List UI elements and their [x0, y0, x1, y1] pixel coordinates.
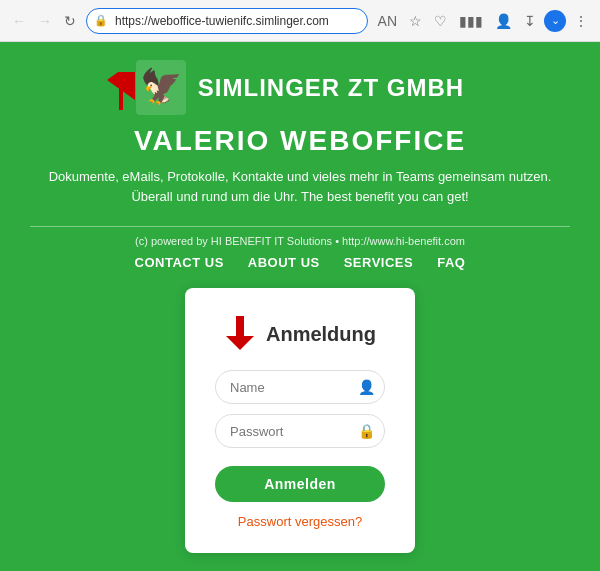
download-button[interactable]: ↧ [520, 11, 540, 31]
lock-icon: 🔒 [94, 14, 108, 27]
login-card: Anmeldung 👤 🔒 Anmelden Passwort vergesse… [185, 288, 415, 553]
forgot-password-link[interactable]: Passwort vergessen? [238, 514, 362, 529]
reload-button[interactable]: ↻ [60, 11, 80, 31]
lock-field-icon: 🔒 [358, 423, 375, 439]
svg-marker-6 [226, 336, 254, 350]
svg-rect-5 [236, 316, 244, 338]
password-input-group: 🔒 [215, 414, 385, 448]
subtitle: Dokumente, eMails, Protokolle, Kontakte … [49, 167, 552, 206]
browser-chrome: ← → ↻ 🔒 AN ☆ ♡ ▮▮▮ 👤 ↧ ⌄ ⋮ [0, 0, 600, 42]
address-bar[interactable] [86, 8, 368, 34]
login-title: Anmeldung [266, 323, 376, 346]
back-button[interactable]: ← [8, 11, 30, 31]
forward-button[interactable]: → [34, 11, 56, 31]
company-name: SIMLINGER ZT GMBH [198, 74, 464, 102]
login-button[interactable]: Anmelden [215, 466, 385, 502]
heart-button[interactable]: ♡ [430, 11, 451, 31]
nav-links: CONTACT US ABOUT US SERVICES FAQ [135, 255, 466, 270]
nav-contact[interactable]: CONTACT US [135, 255, 224, 270]
address-bar-arrow-indicator [105, 72, 137, 116]
login-header: Anmeldung [224, 316, 376, 352]
powered-by: (c) powered by HI BENEFIT IT Solutions •… [135, 235, 465, 247]
svg-text:🦅: 🦅 [140, 66, 183, 107]
star-button[interactable]: ☆ [405, 11, 426, 31]
profile-button[interactable]: 👤 [491, 11, 516, 31]
nav-services[interactable]: SERVICES [344, 255, 414, 270]
collection-button[interactable]: ▮▮▮ [455, 11, 487, 31]
nav-faq[interactable]: FAQ [437, 255, 465, 270]
header-section: 🦅 SIMLINGER ZT GMBH [136, 60, 464, 115]
website-content: 🦅 SIMLINGER ZT GMBH VALERIO WEBOFFICE Do… [0, 42, 600, 571]
main-title: VALERIO WEBOFFICE [134, 125, 466, 157]
nav-about[interactable]: ABOUT US [248, 255, 320, 270]
nav-buttons: ← → ↻ [8, 11, 80, 31]
expand-button[interactable]: ⌄ [544, 10, 566, 32]
name-input-group: 👤 [215, 370, 385, 404]
divider-top [30, 226, 570, 227]
translate-button[interactable]: AN [374, 11, 401, 31]
menu-button[interactable]: ⋮ [570, 11, 592, 31]
user-icon: 👤 [358, 379, 375, 395]
toolbar-right: AN ☆ ♡ ▮▮▮ 👤 ↧ ⌄ ⋮ [374, 10, 592, 32]
address-bar-container: 🔒 [86, 8, 368, 34]
company-logo: 🦅 [136, 60, 186, 115]
down-arrow-icon [224, 316, 256, 352]
